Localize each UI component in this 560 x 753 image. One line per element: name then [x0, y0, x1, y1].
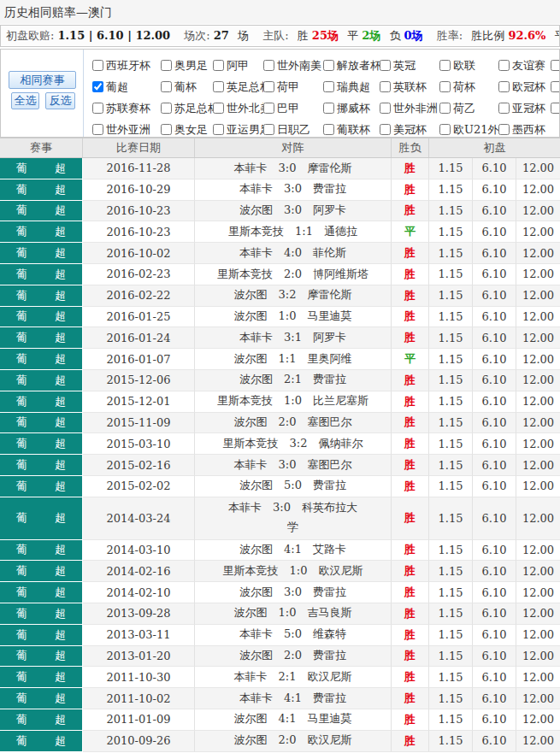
- league-option[interactable]: 葡杯: [161, 79, 213, 95]
- select-all-button[interactable]: 全选: [11, 92, 39, 109]
- match-date: 2014-03-24: [107, 512, 171, 525]
- league-option[interactable]: 荷甲: [263, 79, 323, 95]
- result-cell: 胜: [392, 561, 429, 582]
- league-option[interactable]: 世外亚洲: [92, 122, 161, 138]
- league-badge: 葡超: [0, 327, 83, 349]
- league-option[interactable]: 英足总杯: [213, 79, 263, 95]
- league-option[interactable]: 世外非洲: [380, 101, 439, 116]
- league-option[interactable]: 奥男足: [161, 58, 213, 74]
- league-checkbox[interactable]: [161, 81, 172, 92]
- league-checkbox[interactable]: [92, 60, 103, 71]
- league-option[interactable]: 世外北美: [213, 101, 263, 116]
- league-checkbox[interactable]: [213, 81, 224, 92]
- away-team: 欧汉尼斯: [307, 733, 351, 746]
- match-score: 4:1: [279, 712, 297, 725]
- league-option[interactable]: 解放者杯: [323, 58, 380, 74]
- league-option[interactable]: 日职乙: [263, 122, 323, 138]
- league-option[interactable]: 荷杯: [439, 79, 498, 95]
- league-checkbox[interactable]: [439, 81, 451, 92]
- odds-value-loss: 12.00: [516, 433, 560, 455]
- odds-text: 6.10: [482, 459, 507, 472]
- league-option[interactable]: 荷乙: [439, 101, 498, 116]
- league-checkbox-overflow[interactable]: [551, 60, 559, 71]
- odds-text: 6.10: [482, 310, 507, 323]
- league-option[interactable]: 英联杯: [380, 79, 439, 95]
- league-checkbox[interactable]: [498, 81, 510, 92]
- league-badge: 葡超: [0, 264, 83, 285]
- league-option[interactable]: 友谊赛: [498, 58, 551, 74]
- matchup: 里斯本竞技3:2佩纳菲尔: [223, 434, 363, 454]
- league-checkbox[interactable]: [263, 81, 274, 92]
- league-checkbox[interactable]: [498, 124, 510, 135]
- league-checkbox[interactable]: [263, 60, 274, 71]
- league-option[interactable]: 欧U21外: [439, 122, 498, 138]
- league-checkbox[interactable]: [323, 60, 334, 71]
- league-checkbox[interactable]: [498, 60, 510, 71]
- league-checkbox[interactable]: [323, 124, 334, 135]
- league-checkbox[interactable]: [263, 103, 274, 114]
- league-option[interactable]: 挪威杯: [323, 101, 380, 116]
- league-badge: 葡超: [0, 667, 83, 688]
- league-option[interactable]: 亚运男足: [213, 122, 263, 138]
- match-date-cell: 2016-01-07: [83, 349, 195, 370]
- league-option[interactable]: 瑞典超: [323, 79, 380, 95]
- league-checkbox[interactable]: [213, 124, 224, 135]
- league-checkbox[interactable]: [439, 103, 451, 114]
- league-checkbox[interactable]: [439, 124, 451, 135]
- league-checkbox[interactable]: [380, 103, 391, 114]
- league-option[interactable]: 西班牙杯: [92, 58, 161, 74]
- league-option[interactable]: 阿甲: [213, 58, 263, 74]
- league-checkbox-overflow[interactable]: [551, 81, 559, 92]
- league-option[interactable]: 苏足总杯: [161, 101, 213, 116]
- league-option[interactable]: 苏联赛杯: [92, 101, 161, 116]
- league-checkbox[interactable]: [161, 60, 172, 71]
- invert-selection-button[interactable]: 反选: [45, 92, 75, 109]
- home-team: 里斯本竞技: [228, 225, 284, 238]
- result-cell: 胜: [392, 413, 429, 434]
- league-option[interactable]: 亚冠杯: [498, 101, 551, 116]
- matchup: 波尔图4:1艾路卡: [239, 540, 346, 560]
- league-checkbox[interactable]: [92, 103, 103, 114]
- odds-text: 1.15: [439, 226, 463, 238]
- league-option[interactable]: 巴甲: [263, 101, 323, 116]
- match-score: 1:1: [295, 225, 313, 238]
- league-checkbox[interactable]: [439, 60, 451, 71]
- same-event-button[interactable]: 相同赛事: [9, 71, 76, 89]
- league-checkbox[interactable]: [92, 81, 103, 92]
- odds-text: 6.10: [482, 544, 507, 556]
- league-checkbox[interactable]: [498, 103, 510, 114]
- league-option[interactable]: 美冠杯: [380, 122, 439, 138]
- league-option[interactable]: 葡超: [92, 79, 161, 95]
- league-checkbox[interactable]: [323, 81, 334, 92]
- league-option[interactable]: 奥女足: [161, 122, 213, 138]
- league-option[interactable]: 世外南美: [263, 58, 323, 74]
- league-option[interactable]: 墨西杯: [498, 122, 551, 138]
- league-badge-char: 葡: [16, 585, 27, 600]
- odds-text: 1.15: [439, 479, 463, 492]
- league-option[interactable]: 英冠: [380, 58, 439, 74]
- league-checkbox[interactable]: [92, 124, 103, 135]
- league-row: 苏联赛杯苏足总杯世外北美巴甲挪威杯世外非洲荷乙亚冠杯: [92, 97, 559, 119]
- league-checkbox[interactable]: [380, 60, 391, 71]
- odds-value-win: 1.15: [429, 243, 473, 264]
- league-option[interactable]: 葡联杯: [323, 122, 380, 138]
- result-text: 胜: [404, 436, 416, 451]
- league-checkbox-overflow[interactable]: [551, 103, 559, 114]
- league-checkbox[interactable]: [161, 103, 172, 114]
- matchup-cell: 本菲卡4:1费雷拉: [195, 688, 392, 709]
- league-badge: 葡超: [0, 646, 83, 668]
- league-option[interactable]: 欧联: [439, 58, 498, 74]
- league-checkbox[interactable]: [380, 81, 391, 92]
- away-team: 马里迪莫: [307, 712, 351, 725]
- league-checkbox[interactable]: [161, 124, 172, 135]
- league-checkbox[interactable]: [213, 60, 224, 71]
- league-checkbox[interactable]: [213, 103, 224, 114]
- odds-text: 6.10: [482, 374, 507, 386]
- league-checkbox[interactable]: [380, 124, 391, 135]
- league-checkbox[interactable]: [323, 103, 334, 114]
- odds-text: 6.10: [482, 650, 507, 662]
- odds-value-draw: 6.10: [473, 646, 516, 668]
- odds-value-win: 1.15: [429, 201, 473, 222]
- league-checkbox[interactable]: [263, 124, 274, 135]
- league-option[interactable]: 欧冠杯: [498, 79, 551, 95]
